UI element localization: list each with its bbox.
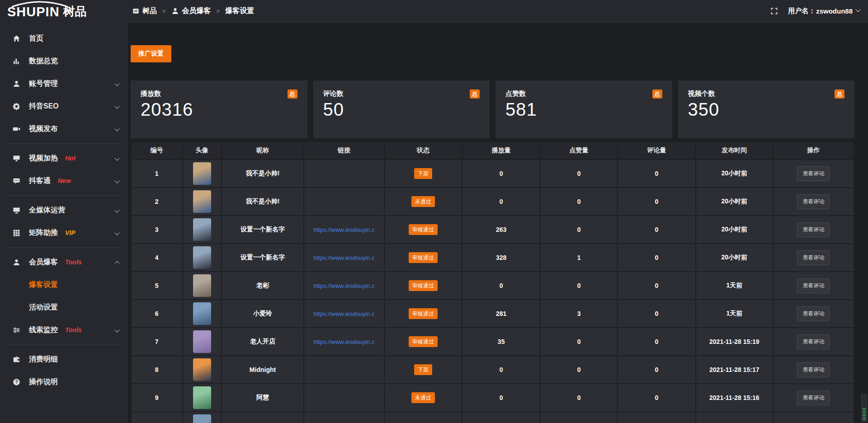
- cell-comments: 0: [618, 272, 696, 300]
- cell-action: 查看评论: [773, 272, 854, 300]
- column-header-头像: 头像: [183, 141, 222, 160]
- sidebar-item-账号管理[interactable]: 账号管理: [0, 72, 128, 95]
- chevron-down-icon: [114, 230, 119, 235]
- sidebar-item-label: 抖客通: [29, 176, 51, 186]
- avatar: [193, 162, 211, 185]
- sidebar-item-label: 操作说明: [29, 377, 58, 387]
- cell-action: 查看评论: [773, 356, 854, 384]
- cell-status: 审核通过: [384, 328, 462, 356]
- sidebar-subitem-活动设置[interactable]: 活动设置: [0, 296, 128, 319]
- sidebar-item-视频发布[interactable]: 视频发布: [0, 118, 128, 140]
- sidebar-item-视频加热[interactable]: 视频加热 Hot: [0, 147, 128, 169]
- breadcrumb-item[interactable]: 树品: [132, 6, 157, 16]
- cell-likes: 3: [540, 300, 618, 328]
- chart-icon: [13, 57, 21, 65]
- avatar: [193, 190, 211, 213]
- username-label: 用户名：: [788, 7, 815, 15]
- breadcrumb-separator: >: [162, 8, 166, 14]
- promotion-settings-button[interactable]: 推广设置: [131, 45, 171, 62]
- cell-action: 查看评论: [773, 244, 854, 272]
- cell-avatar: [183, 412, 222, 423]
- table-row: 4 设置一个新名字 https://www.iesdouyin.c 审核通过 3…: [131, 244, 854, 272]
- view-comments-button[interactable]: 查看评论: [797, 194, 830, 209]
- sidebar-nav: 首页 数据总览 账号管理 抖音SEO 视频发布 视频加热 Hot 抖客通 New: [0, 22, 128, 423]
- sidebar-item-线索监控[interactable]: 线索监控 Tools: [0, 319, 128, 341]
- breadcrumb: 树品>会员爆客>爆客设置: [128, 6, 254, 16]
- home-icon: [13, 35, 21, 42]
- sidebar-item-label: 会员爆客: [29, 258, 58, 267]
- status-badge: 下架: [414, 364, 432, 375]
- table-row: 2 我不是小帅! 未通过 0 0 0 20小时前 查看评论: [131, 188, 854, 216]
- video-link[interactable]: https://www.iesdouyin.c: [304, 338, 383, 345]
- video-link[interactable]: https://www.iesdouyin.c: [304, 254, 383, 261]
- user-menu[interactable]: 用户名：zswodun88: [788, 7, 860, 15]
- sidebar-subitem-爆客设置[interactable]: 爆客设置: [0, 273, 128, 296]
- cell-action: 查看评论: [773, 300, 854, 328]
- cell-avatar: [183, 188, 222, 216]
- cell-avatar: [183, 328, 222, 356]
- dashboard-icon: [132, 8, 139, 14]
- cell-nickname: 我不是小帅!: [222, 188, 304, 216]
- video-link[interactable]: https://www.iesdouyin.c: [304, 310, 383, 317]
- view-comments-button[interactable]: 查看评论: [797, 166, 830, 181]
- view-comments-button[interactable]: 查看评论: [797, 390, 830, 405]
- view-comments-button[interactable]: 查看评论: [797, 306, 830, 321]
- video-link[interactable]: https://www.iesdouyin.c: [304, 226, 383, 233]
- sidebar-item-数据总览[interactable]: 数据总览: [0, 50, 128, 72]
- app-logo: SHUPIN 树品: [0, 0, 128, 22]
- view-comments-button[interactable]: 查看评论: [797, 334, 830, 349]
- view-comments-button[interactable]: 查看评论: [797, 222, 830, 237]
- avatar: [193, 414, 211, 423]
- breadcrumb-item[interactable]: 爆客设置: [225, 6, 254, 16]
- cell-link: https://www.iesdouyin.c: [304, 244, 384, 272]
- status-badge: 审核通过: [409, 280, 438, 291]
- cell-id: 7: [131, 328, 183, 356]
- view-comments-button[interactable]: 查看评论: [797, 250, 830, 265]
- view-comments-button[interactable]: 查看评论: [797, 278, 830, 293]
- cell-link: [304, 356, 384, 384]
- user-icon: [171, 7, 179, 15]
- sidebar-item-矩阵助推[interactable]: 矩阵助推 VIP: [0, 221, 128, 244]
- cell-plays: 281: [462, 300, 540, 328]
- stat-card-label: 评论数: [323, 89, 344, 98]
- cell-likes: 0: [540, 356, 618, 384]
- sidebar-item-抖客通[interactable]: 抖客通 New: [0, 169, 128, 192]
- sidebar-item-label: 视频加热: [29, 154, 58, 163]
- cell-link: https://www.iesdouyin.c: [304, 328, 384, 356]
- cell-status: 审核通过: [384, 216, 462, 244]
- table-row: 8 Midnight 下架 0 0 0 2021-11-28 15:17 查看评…: [131, 356, 854, 384]
- cell-id: 2: [131, 188, 183, 216]
- table-row: 7 老人开店 https://www.iesdouyin.c 审核通过 35 0…: [131, 328, 854, 356]
- monitor-icon: [13, 207, 21, 214]
- avatar: [193, 246, 211, 269]
- fullscreen-icon[interactable]: [770, 7, 778, 15]
- stat-card-点赞数: 点赞数 总 581: [495, 80, 672, 138]
- breadcrumb-item[interactable]: 会员爆客: [171, 6, 211, 16]
- sidebar-item-label: 数据总览: [29, 56, 58, 66]
- sidebar-divider: [7, 195, 121, 196]
- cell-likes: [540, 412, 618, 423]
- cell-avatar: [183, 160, 222, 188]
- help-icon: ?: [13, 378, 21, 386]
- stat-card-label: 播放数: [141, 89, 161, 98]
- table-row: 5 老彬 https://www.iesdouyin.c 审核通过 0 0 0 …: [131, 272, 854, 300]
- status-badge: 审核通过: [409, 224, 438, 235]
- total-badge: 总: [652, 89, 662, 99]
- sidebar-item-操作说明[interactable]: ? 操作说明: [0, 371, 128, 393]
- sidebar-item-首页[interactable]: 首页: [0, 27, 128, 50]
- floating-scroll-widget[interactable]: [861, 394, 867, 422]
- cell-action: 查看评论: [773, 188, 854, 216]
- total-badge: 总: [470, 89, 480, 99]
- stat-card-header: 评论数 总: [323, 89, 480, 99]
- chevron-down-icon: [114, 155, 119, 160]
- cell-avatar: [183, 300, 222, 328]
- column-header-链接: 链接: [304, 141, 384, 160]
- sidebar-item-抖音SEO[interactable]: 抖音SEO: [0, 95, 128, 118]
- sidebar-item-会员爆客[interactable]: 会员爆客 Tools: [0, 251, 128, 273]
- video-link[interactable]: https://www.iesdouyin.c: [304, 282, 383, 289]
- cell-plays: 0: [462, 188, 540, 216]
- sidebar-item-消费明细[interactable]: 消费明细: [0, 348, 128, 371]
- view-comments-button[interactable]: 查看评论: [797, 362, 830, 377]
- cell-publish-time: 20小时前: [696, 160, 773, 188]
- sidebar-item-全媒体运营[interactable]: 全媒体运营: [0, 199, 128, 221]
